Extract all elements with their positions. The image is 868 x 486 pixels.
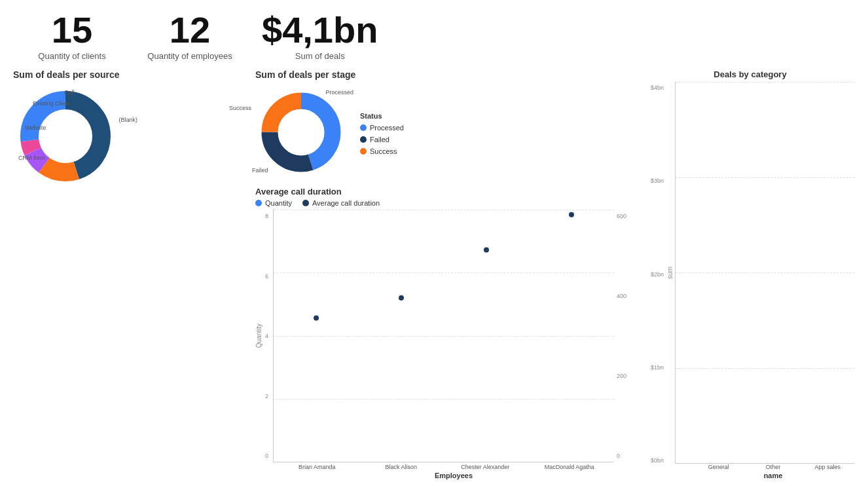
kpi-clients: 15 Quantity of clients xyxy=(13,7,131,66)
legend-dot-quantity xyxy=(255,200,262,206)
left-column: Sum of deals per source xyxy=(13,69,255,479)
x-label-app-sales: App sales xyxy=(801,464,855,470)
avg-call-legend: Quantity Average call duration xyxy=(255,199,632,207)
y-right-400: 400 xyxy=(617,293,630,299)
svg-point-5 xyxy=(39,110,92,162)
stage-label-success: Success xyxy=(229,105,251,111)
stage-label-processed: Processed xyxy=(325,89,353,96)
kpi-deals-label: Sum of deals xyxy=(295,51,345,61)
legend-success: Success xyxy=(360,147,404,155)
kpi-deals-value: $4,1bn xyxy=(262,12,378,48)
deals-grid-4 xyxy=(676,82,855,83)
deals-category-chart: $4bn $3bn $2bn $1bn $0bn sum xyxy=(645,82,855,464)
deals-per-source-section: Sum of deals per source xyxy=(13,69,255,189)
legend-avg-duration: Average call duration xyxy=(302,199,380,207)
mid-column: Sum of deals per stage xyxy=(255,69,632,479)
deals-per-stage-title: Sum of deals per stage xyxy=(255,69,632,80)
legend-label-failed: Failed xyxy=(370,136,389,143)
y-axis-left: 8 6 4 2 0 xyxy=(264,210,273,462)
y-right-0: 0 xyxy=(617,453,630,459)
deals-x-axis-title: name xyxy=(691,472,855,479)
legend-dot-avg-duration xyxy=(302,200,309,206)
legend-label-processed: Processed xyxy=(370,124,404,132)
legend-failed: Failed xyxy=(360,136,404,143)
deals-grid-2 xyxy=(676,272,855,273)
kpi-employees-label: Quantity of employees xyxy=(147,51,232,61)
x-axis-title: Employees xyxy=(275,472,632,479)
main-content: Sum of deals per source xyxy=(13,69,855,479)
legend-dot-failed xyxy=(360,136,367,143)
y-axis-left-label: Quantity xyxy=(255,324,262,348)
stage-donut-svg xyxy=(255,86,347,178)
deals-per-stage-chart: Processed Success Failed Status Processe… xyxy=(255,86,632,180)
source-donut-svg xyxy=(13,84,118,189)
y-tick-0: 0 xyxy=(265,453,272,459)
y-axis-right: 600 400 200 0 xyxy=(614,210,632,462)
deals-bars-area xyxy=(675,82,855,464)
dashboard: 15 Quantity of clients 12 Quantity of em… xyxy=(0,0,868,486)
legend-label-avg-duration: Average call duration xyxy=(312,199,380,207)
stage-legend-title: Status xyxy=(360,112,404,120)
kpi-row: 15 Quantity of clients 12 Quantity of em… xyxy=(13,7,855,66)
y-2bn: $2bn xyxy=(651,271,664,278)
deals-per-source-chart: Call Existing Client Website CRM form (B… xyxy=(13,84,255,189)
x-label-macdonald: MacDonald Agatha xyxy=(528,464,612,470)
legend-processed: Processed xyxy=(360,124,404,132)
deals-y-label: sum xyxy=(666,267,674,279)
avg-call-chart-area: Quantity 8 6 4 2 0 xyxy=(255,210,632,462)
y-tick-2: 2 xyxy=(265,393,272,400)
right-column: Deals by category $4bn $3bn $2bn $1bn $0… xyxy=(632,69,855,479)
x-label-chester: Chester Alexander xyxy=(443,464,528,470)
y-tick-8: 8 xyxy=(265,213,272,219)
y-0bn: $0bn xyxy=(651,457,664,464)
kpi-deals: $4,1bn Sum of deals xyxy=(249,7,391,66)
y-4bn: $4bn xyxy=(651,84,664,91)
x-label-other: Other xyxy=(746,464,800,470)
y-3bn: $3bn xyxy=(651,178,664,184)
label-blank: (Blank) xyxy=(118,117,137,123)
kpi-clients-label: Quantity of clients xyxy=(38,51,105,61)
avg-call-title: Average call duration xyxy=(255,187,632,196)
deals-grid-1 xyxy=(676,368,855,369)
y-1bn: $1bn xyxy=(651,364,664,371)
deals-by-category-title: Deals by category xyxy=(645,69,855,79)
kpi-clients-value: 15 xyxy=(52,12,92,48)
avg-call-section: Average call duration Quantity Average c… xyxy=(255,187,632,479)
x-axis-labels: Brian Amanda Black Alison Chester Alexan… xyxy=(275,464,611,470)
x-label-general: General xyxy=(691,464,746,470)
x-label-brian: Brian Amanda xyxy=(275,464,359,470)
y-tick-4: 4 xyxy=(265,333,272,339)
legend-label-quantity: Quantity xyxy=(265,199,292,207)
deals-x-labels: General Other App sales xyxy=(691,464,855,470)
legend-dot-processed xyxy=(360,124,367,131)
stage-label-failed: Failed xyxy=(252,167,268,174)
kpi-employees-value: 12 xyxy=(170,12,210,48)
stage-legend: Status Processed Failed Success xyxy=(360,112,404,155)
svg-point-9 xyxy=(278,109,324,155)
legend-label-success: Success xyxy=(370,147,397,155)
deals-per-stage-section: Sum of deals per stage xyxy=(255,69,632,180)
deals-y-axis: $4bn $3bn $2bn $1bn $0bn xyxy=(645,82,666,464)
stage-donut-wrapper: Processed Success Failed xyxy=(255,86,347,180)
kpi-employees: 12 Quantity of employees xyxy=(131,7,249,66)
y-tick-6: 6 xyxy=(265,273,272,280)
avg-call-chart-body xyxy=(273,210,614,462)
legend-dot-success xyxy=(360,148,367,155)
legend-quantity: Quantity xyxy=(255,199,292,207)
deals-per-source-title: Sum of deals per source xyxy=(13,69,255,80)
bars-container xyxy=(274,210,614,462)
deals-grid-3 xyxy=(676,178,855,178)
x-label-alison: Black Alison xyxy=(359,464,444,470)
y-right-600: 600 xyxy=(617,213,630,219)
y-right-200: 200 xyxy=(617,373,630,379)
